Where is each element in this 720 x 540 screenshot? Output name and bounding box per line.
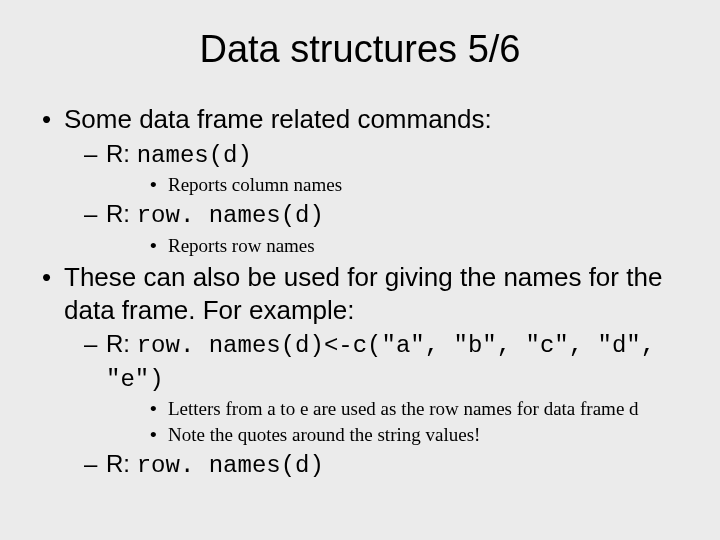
code-snippet: row. names(d)	[137, 452, 324, 479]
note-text: Letters from a to e are used as the row …	[106, 397, 682, 421]
bullet-2-sub-1-notes: Letters from a to e are used as the row …	[106, 397, 682, 447]
slide: Data structures 5/6 Some data frame rela…	[0, 0, 720, 540]
bullet-2: These can also be used for giving the na…	[38, 261, 682, 481]
bullet-1-sublist: R: names(d) Reports column names R: row.…	[64, 138, 682, 258]
bullet-1: Some data frame related commands: R: nam…	[38, 103, 682, 257]
code-snippet: row. names(d)<-c("a", "b", "c", "d", "e"…	[106, 332, 655, 392]
code-snippet: row. names(d)	[137, 202, 324, 229]
bullet-1-sub-1: R: names(d) Reports column names	[64, 138, 682, 197]
slide-title: Data structures 5/6	[38, 28, 682, 71]
note-text: Note the quotes around the string values…	[106, 423, 682, 447]
note-text: Reports column names	[106, 173, 682, 197]
r-prefix: R:	[106, 200, 137, 227]
bullet-1-sub-2: R: row. names(d) Reports row names	[64, 198, 682, 257]
bullet-2-sub-2: R: row. names(d)	[64, 448, 682, 481]
r-prefix: R:	[106, 450, 137, 477]
code-snippet: names(d)	[137, 142, 252, 169]
r-prefix: R:	[106, 330, 137, 357]
bullet-2-text: These can also be used for giving the na…	[64, 262, 662, 325]
r-prefix: R:	[106, 140, 137, 167]
note-text: Reports row names	[106, 234, 682, 258]
bullet-2-sub-1: R: row. names(d)<-c("a", "b", "c", "d", …	[64, 328, 682, 446]
bullet-1-sub-1-notes: Reports column names	[106, 173, 682, 197]
bullet-2-sublist: R: row. names(d)<-c("a", "b", "c", "d", …	[64, 328, 682, 481]
bullet-1-text: Some data frame related commands:	[64, 104, 492, 134]
bullet-list: Some data frame related commands: R: nam…	[38, 103, 682, 481]
bullet-1-sub-2-notes: Reports row names	[106, 234, 682, 258]
